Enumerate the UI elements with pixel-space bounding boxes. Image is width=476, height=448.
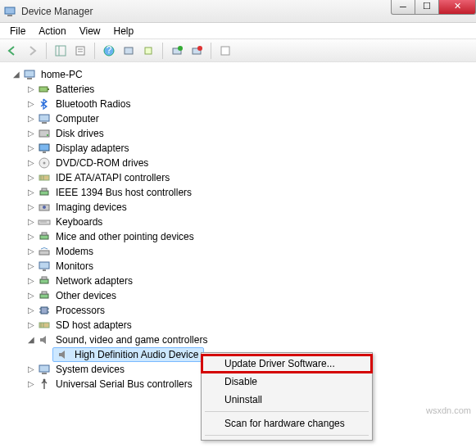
tree-item-label: Monitors	[54, 259, 95, 274]
help-button[interactable]: ?	[100, 42, 118, 60]
expand-icon[interactable]: ▷	[26, 173, 36, 183]
expand-icon[interactable]: ▷	[26, 114, 36, 124]
svg-rect-16	[25, 70, 34, 77]
tree-item[interactable]: ▷DVD/CD-ROM drives	[26, 156, 473, 170]
tree-item-label: IDE ATA/ATAPI controllers	[54, 170, 171, 185]
tree-item[interactable]: ▷Network adapters	[26, 274, 473, 288]
expand-icon[interactable]: ▷	[26, 84, 36, 94]
svg-rect-2	[56, 46, 66, 56]
expand-icon[interactable]: ▷	[26, 143, 36, 153]
properties-button[interactable]	[71, 42, 89, 60]
computer-icon	[23, 68, 36, 81]
expand-icon[interactable]: ▷	[26, 129, 36, 138]
svg-rect-15	[221, 47, 229, 55]
svg-rect-47	[40, 294, 48, 298]
tree-item[interactable]: ▷Imaging devices	[26, 200, 473, 215]
menu-file[interactable]: File	[3, 24, 32, 38]
expand-icon[interactable]: ▷	[26, 305, 36, 315]
expand-icon[interactable]: ▷	[26, 364, 36, 374]
tree-item[interactable]: ▷Other devices	[26, 288, 473, 303]
tree-item-label: SD host adapters	[54, 318, 134, 333]
tree-item-label: Other devices	[54, 288, 118, 303]
tree-item[interactable]: ▷Batteries	[26, 82, 473, 97]
update-driver-button[interactable]	[139, 42, 157, 60]
device-properties-button[interactable]	[216, 42, 234, 60]
tree-item[interactable]: ▷SD host adapters	[26, 318, 473, 333]
tree-root[interactable]: ◢ home-PC	[11, 67, 473, 82]
tree-item-label: Network adapters	[54, 274, 134, 288]
device-icon	[38, 319, 51, 332]
expand-icon[interactable]: ▷	[26, 247, 36, 256]
svg-rect-48	[42, 292, 47, 294]
back-button[interactable]	[3, 42, 21, 60]
device-icon	[38, 201, 51, 214]
app-icon	[3, 5, 16, 18]
minimize-button[interactable]: ─	[391, 0, 415, 15]
tree-item[interactable]: ▷Keyboards	[26, 215, 473, 229]
svg-rect-17	[27, 78, 32, 79]
menu-view[interactable]: View	[73, 24, 107, 38]
expand-icon[interactable]: ▷	[26, 379, 36, 389]
context-disable[interactable]: Disable	[203, 373, 370, 391]
context-menu: Update Driver Software... Disable Uninst…	[201, 352, 373, 441]
tree-item[interactable]: ▷Modems	[26, 244, 473, 259]
expand-icon[interactable]: ▷	[26, 99, 36, 109]
expand-icon[interactable]: ▷	[26, 291, 36, 301]
svg-rect-25	[43, 152, 46, 153]
show-hide-tree-button[interactable]	[52, 42, 70, 60]
toolbar-separator	[211, 43, 211, 59]
expand-icon[interactable]: ▷	[26, 202, 36, 212]
tree-item[interactable]: ▷Processors	[26, 303, 473, 318]
svg-rect-19	[48, 88, 49, 90]
tree-item[interactable]: ▷Disk drives	[26, 126, 473, 141]
collapse-icon[interactable]: ◢	[11, 70, 21, 79]
tree-item-label: Mice and other pointing devices	[54, 229, 196, 244]
uninstall-button[interactable]	[168, 42, 186, 60]
device-icon	[38, 289, 51, 302]
tree-item-label: Display adapters	[54, 141, 130, 156]
svg-point-12	[178, 46, 183, 51]
context-update-driver[interactable]: Update Driver Software...	[203, 355, 370, 373]
selected-device-label: High Definition Audio Device	[73, 347, 200, 362]
expand-icon[interactable]: ▷	[26, 217, 36, 227]
svg-point-23	[47, 134, 48, 136]
context-uninstall[interactable]: Uninstall	[203, 391, 370, 409]
forward-button[interactable]	[23, 42, 41, 60]
device-icon	[38, 83, 51, 96]
tree-item[interactable]: ▷Mice and other pointing devices	[26, 229, 473, 244]
tree-item-label: DVD/CD-ROM drives	[54, 156, 150, 170]
context-scan-hardware[interactable]: Scan for hardware changes	[203, 414, 370, 432]
tree-item[interactable]: ▷IEEE 1394 Bus host controllers	[26, 185, 473, 200]
svg-point-36	[40, 221, 41, 222]
expand-icon[interactable]: ▷	[26, 232, 36, 242]
tree-item-label: Sound, video and game controllers	[54, 333, 209, 347]
device-icon	[38, 260, 51, 273]
tree-root-label: home-PC	[39, 67, 84, 82]
tree-item[interactable]: ▷Computer	[26, 111, 473, 126]
device-icon	[38, 156, 51, 170]
tree-item[interactable]: ▷Bluetooth Radios	[26, 97, 473, 111]
maximize-button[interactable]: ☐	[415, 0, 439, 15]
svg-point-27	[43, 162, 46, 165]
tree-item-label: Imaging devices	[54, 200, 129, 215]
expand-icon[interactable]: ▷	[26, 158, 36, 168]
menu-action[interactable]: Action	[32, 24, 72, 38]
tree-item[interactable]: ▷IDE ATA/ATAPI controllers	[26, 170, 473, 185]
expand-icon[interactable]: ▷	[26, 320, 36, 330]
scan-button[interactable]	[120, 42, 138, 60]
expand-icon[interactable]: ▷	[26, 261, 36, 271]
close-button[interactable]: ✕	[438, 0, 476, 15]
menu-help[interactable]: Help	[107, 24, 141, 38]
tree-item[interactable]: ▷Display adapters	[26, 141, 473, 156]
tree-item-sound[interactable]: ◢ Sound, video and game controllers	[26, 333, 473, 347]
svg-rect-41	[42, 233, 47, 235]
svg-text:?: ?	[107, 45, 112, 56]
collapse-icon[interactable]: ◢	[26, 335, 36, 345]
svg-rect-45	[40, 279, 48, 283]
expand-icon[interactable]: ▷	[26, 276, 36, 286]
device-icon	[38, 127, 51, 140]
tree-item[interactable]: ▷Monitors	[26, 259, 473, 274]
svg-rect-60	[42, 373, 47, 374]
disable-button[interactable]	[188, 42, 206, 60]
expand-icon[interactable]: ▷	[26, 188, 36, 197]
